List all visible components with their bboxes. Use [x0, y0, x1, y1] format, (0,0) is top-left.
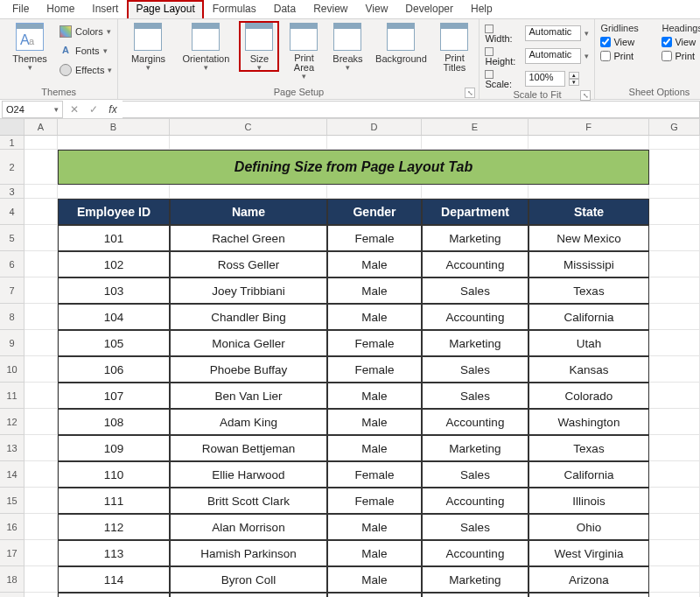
- cell[interactable]: [528, 136, 649, 150]
- cell[interactable]: [649, 277, 700, 304]
- name-box[interactable]: O24▾: [2, 101, 63, 118]
- table-cell[interactable]: California: [528, 461, 649, 488]
- cell[interactable]: [24, 435, 58, 461]
- row-header[interactable]: 15: [0, 488, 24, 514]
- colors-button[interactable]: Colors▾: [60, 23, 112, 40]
- table-cell[interactable]: Sales: [422, 514, 528, 540]
- cell[interactable]: [24, 383, 58, 409]
- col-header-a[interactable]: A: [24, 119, 58, 135]
- table-cell[interactable]: Phoebe Buffay: [170, 356, 327, 383]
- table-cell[interactable]: Accounting: [422, 304, 528, 330]
- orientation-button[interactable]: Orientation ▾: [178, 21, 234, 70]
- table-cell[interactable]: Ross Geller: [170, 251, 327, 277]
- table-cell[interactable]: Ben Van Lier: [170, 383, 327, 409]
- tab-help[interactable]: Help: [462, 0, 501, 18]
- cell[interactable]: [24, 461, 58, 488]
- table-cell[interactable]: Sales: [422, 356, 528, 383]
- cell[interactable]: [24, 225, 58, 251]
- cell[interactable]: [649, 304, 700, 330]
- table-cell[interactable]: Hamish Parkinson: [170, 540, 327, 566]
- table-cell[interactable]: 106: [58, 356, 170, 383]
- headings-view-checkbox[interactable]: [662, 37, 672, 47]
- background-button[interactable]: Background: [372, 21, 430, 64]
- table-cell[interactable]: Joey Tribbiani: [170, 277, 327, 304]
- cell[interactable]: [24, 136, 58, 150]
- row-header[interactable]: 11: [0, 383, 24, 409]
- table-cell[interactable]: Accounting: [422, 593, 528, 597]
- table-cell[interactable]: ellie Jacox: [170, 593, 327, 597]
- tab-home[interactable]: Home: [38, 0, 83, 18]
- table-cell[interactable]: Britt Scott Clark: [170, 488, 327, 514]
- table-cell[interactable]: 112: [58, 514, 170, 540]
- headings-print-checkbox[interactable]: [662, 51, 672, 61]
- table-cell[interactable]: Male: [327, 514, 422, 540]
- table-cell[interactable]: 115: [58, 593, 170, 597]
- cell[interactable]: [649, 251, 700, 277]
- cell[interactable]: [24, 566, 58, 593]
- table-cell[interactable]: Accounting: [422, 488, 528, 514]
- table-cell[interactable]: 110: [58, 461, 170, 488]
- col-header-f[interactable]: F: [528, 119, 649, 135]
- row-header[interactable]: 3: [0, 185, 24, 199]
- cell[interactable]: [649, 136, 700, 150]
- table-cell[interactable]: Accounting: [422, 251, 528, 277]
- table-cell[interactable]: Monica Geller: [170, 330, 327, 356]
- table-cell[interactable]: Male: [327, 277, 422, 304]
- table-cell[interactable]: Illinois: [528, 488, 649, 514]
- table-cell[interactable]: 102: [58, 251, 170, 277]
- cell[interactable]: [528, 185, 649, 199]
- cell[interactable]: [24, 488, 58, 514]
- table-cell[interactable]: West Virginia: [528, 540, 649, 566]
- title-cell[interactable]: Defining Size from Page Layout Tab: [58, 150, 649, 185]
- table-cell[interactable]: Arizona: [528, 566, 649, 593]
- table-cell[interactable]: Massachusetts: [528, 593, 649, 597]
- fonts-button[interactable]: AFonts▾: [60, 42, 112, 60]
- col-header-g[interactable]: G: [649, 119, 700, 135]
- row-header[interactable]: 17: [0, 540, 24, 566]
- row-header[interactable]: 4: [0, 199, 24, 225]
- table-cell[interactable]: Ellie Harwood: [170, 461, 327, 488]
- table-cell[interactable]: 107: [58, 383, 170, 409]
- cell[interactable]: [649, 435, 700, 461]
- table-cell[interactable]: Male: [327, 435, 422, 461]
- col-header-c[interactable]: C: [170, 119, 327, 135]
- tab-insert[interactable]: Insert: [83, 0, 127, 18]
- cell[interactable]: [24, 540, 58, 566]
- table-cell[interactable]: Accounting: [422, 540, 528, 566]
- select-all-cell[interactable]: [0, 119, 24, 135]
- row-header[interactable]: 12: [0, 409, 24, 435]
- enter-formula-icon[interactable]: ✓: [84, 103, 103, 116]
- table-cell[interactable]: California: [528, 304, 649, 330]
- table-header-cell[interactable]: Department: [422, 199, 528, 225]
- cell[interactable]: [422, 136, 528, 150]
- row-header[interactable]: 19: [0, 593, 24, 597]
- row-header[interactable]: 2: [0, 150, 24, 185]
- table-cell[interactable]: Byron Coll: [170, 566, 327, 593]
- tab-data[interactable]: Data: [265, 0, 304, 18]
- cell[interactable]: [24, 251, 58, 277]
- table-cell[interactable]: Male: [327, 251, 422, 277]
- table-cell[interactable]: Marketing: [422, 330, 528, 356]
- table-cell[interactable]: Female: [327, 461, 422, 488]
- print-titles-button[interactable]: Print Titles: [435, 21, 473, 73]
- table-cell[interactable]: Male: [327, 409, 422, 435]
- row-header[interactable]: 9: [0, 330, 24, 356]
- cell[interactable]: [24, 185, 58, 199]
- table-cell[interactable]: Rachel Green: [170, 225, 327, 251]
- cell[interactable]: [24, 304, 58, 330]
- cell[interactable]: [649, 356, 700, 383]
- tab-page-layout[interactable]: Page Layout: [127, 0, 203, 18]
- table-header-cell[interactable]: Gender: [327, 199, 422, 225]
- cell[interactable]: [649, 488, 700, 514]
- table-cell[interactable]: Marketing: [422, 566, 528, 593]
- scale-spinner[interactable]: ▴▾: [569, 72, 579, 86]
- table-cell[interactable]: Female: [327, 356, 422, 383]
- page-setup-launcher[interactable]: ⤡: [465, 88, 475, 98]
- cell[interactable]: [327, 136, 422, 150]
- table-cell[interactable]: Adam King: [170, 409, 327, 435]
- table-cell[interactable]: 103: [58, 277, 170, 304]
- cell[interactable]: [170, 185, 327, 199]
- table-cell[interactable]: Chandler Bing: [170, 304, 327, 330]
- table-cell[interactable]: Rowan Bettjeman: [170, 435, 327, 461]
- table-cell[interactable]: New Mexico: [528, 225, 649, 251]
